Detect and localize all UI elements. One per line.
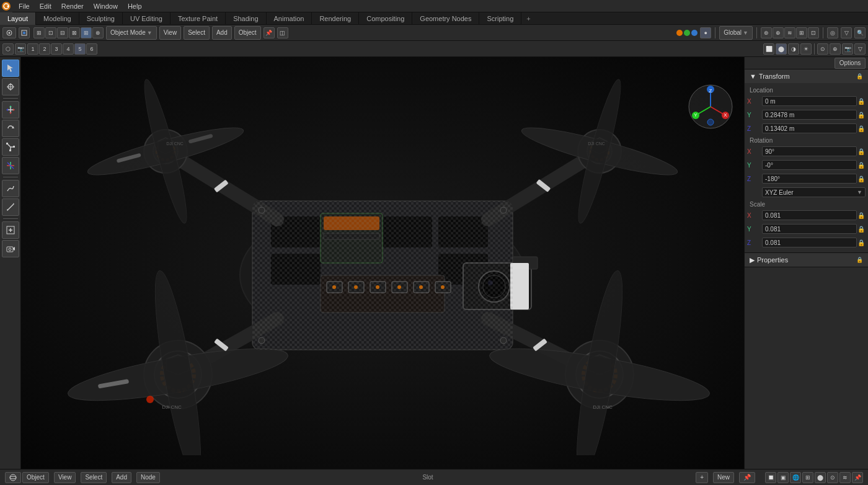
snap-btn-1[interactable]: ⊛ (761, 27, 772, 38)
rot-y-lock[interactable]: 🔒 (857, 162, 866, 169)
bottom-icon-3[interactable]: 🌐 (790, 472, 801, 483)
numpad-2[interactable]: 2 (39, 43, 50, 55)
bottom-icon-4[interactable]: ⊞ (802, 472, 813, 483)
rot-y-value[interactable]: -0° (762, 160, 857, 170)
transform-space-dropdown[interactable]: Global ▼ (719, 26, 753, 40)
view-menu-2[interactable]: 📷 (15, 43, 26, 55)
cursor-tool-btn[interactable] (2, 78, 19, 96)
render-preview-toggle[interactable]: 📷 (842, 43, 853, 55)
annotate-btn[interactable] (2, 180, 19, 197)
loc-z-value[interactable]: 0.13402 m (762, 123, 857, 133)
pin2-icon[interactable]: ◫ (277, 27, 288, 38)
properties-header[interactable]: ▶ Properties 🔒 (745, 253, 868, 267)
tab-uv-editing[interactable]: UV Editing (123, 12, 170, 25)
filter-btn[interactable]: ▽ (841, 27, 852, 38)
bottom-node-menu[interactable]: Node (136, 472, 160, 483)
bottom-icon-6[interactable]: ⊙ (827, 472, 838, 483)
loc-y-lock[interactable]: 🔒 (857, 112, 866, 118)
search-btn[interactable]: 🔍 (854, 27, 866, 38)
tab-geometry-nodes[interactable]: Geometry Nodes (412, 12, 479, 25)
viewport-shading-wire[interactable]: ⬜ (763, 43, 774, 55)
scale-x-value[interactable]: 0.081 (762, 210, 857, 220)
menu-window[interactable]: Window (89, 0, 123, 12)
menu-help[interactable]: Help (123, 0, 147, 12)
scale-tool-btn[interactable] (2, 138, 19, 156)
tab-modeling[interactable]: Modeling (36, 12, 79, 25)
numpad-6[interactable]: 6 (86, 43, 97, 55)
tab-sculpting[interactable]: Sculpting (79, 12, 123, 25)
add-primitive-btn[interactable] (2, 221, 19, 239)
view-menu[interactable]: View (159, 26, 182, 40)
rotate-tool-btn[interactable] (2, 120, 19, 137)
tab-texture-paint[interactable]: Texture Paint (170, 12, 226, 25)
bottom-view-menu[interactable]: View (54, 472, 76, 483)
filter-overlay[interactable]: ▽ (854, 43, 866, 55)
scale-y-lock[interactable]: 🔒 (857, 226, 866, 233)
scale-y-value[interactable]: 0.081 (762, 224, 857, 234)
numpad-3[interactable]: 3 (51, 43, 62, 55)
bottom-select-menu[interactable]: Select (81, 472, 107, 483)
add-menu[interactable]: Add (212, 26, 232, 40)
tab-animation[interactable]: Animation (267, 12, 312, 25)
icon-sq-6[interactable]: ⊗ (92, 27, 104, 38)
loc-x-lock[interactable]: 🔒 (857, 98, 866, 105)
viewport-shading-mat[interactable]: ◑ (788, 43, 799, 55)
select-menu[interactable]: Select (184, 26, 210, 40)
menu-render[interactable]: Render (56, 0, 89, 12)
camera-btn[interactable] (2, 240, 19, 257)
bottom-pin-btn[interactable]: 📌 (739, 472, 755, 483)
gizmo-toggle[interactable]: ⊕ (830, 43, 841, 55)
axis-gizmo[interactable]: Z X Y (686, 82, 735, 133)
snap-btn-3[interactable]: ≋ (784, 27, 795, 38)
overlay-toggle[interactable]: ⊙ (817, 43, 828, 55)
icon-sq-4[interactable]: ⊠ (69, 27, 80, 38)
bottom-icon-7[interactable]: ≋ (839, 472, 851, 483)
move-tool-btn[interactable] (2, 101, 19, 118)
bottom-add-menu[interactable]: Add (112, 472, 131, 483)
menu-edit[interactable]: Edit (35, 0, 56, 12)
numpad-4[interactable]: 4 (63, 43, 74, 55)
icon-sq-1[interactable]: ⊞ (33, 27, 45, 38)
numpad-1[interactable]: 1 (27, 43, 38, 55)
tab-shading[interactable]: Shading (226, 12, 266, 25)
rot-x-lock[interactable]: 🔒 (857, 148, 866, 155)
icon-sq-2[interactable]: ⊡ (45, 27, 56, 38)
rot-z-lock[interactable]: 🔒 (857, 176, 866, 182)
loc-y-value[interactable]: 0.28478 m (762, 110, 857, 120)
snap-btn-4[interactable]: ⊞ (796, 27, 807, 38)
loc-z-lock[interactable]: 🔒 (857, 125, 866, 132)
viewport-shading-active[interactable]: ● (700, 27, 711, 38)
add-workspace-button[interactable]: + (521, 15, 535, 22)
rotation-mode-dropdown[interactable]: XYZ Euler ▼ (762, 187, 866, 197)
menu-file[interactable]: File (14, 0, 35, 12)
rot-x-value[interactable]: 90° (762, 146, 857, 156)
transform-tool-btn[interactable] (2, 157, 19, 174)
tab-scripting[interactable]: Scripting (479, 12, 521, 25)
tab-compositing[interactable]: Compositing (359, 12, 412, 25)
bottom-icon-8[interactable]: 📌 (852, 472, 863, 483)
scene-button[interactable] (2, 27, 16, 38)
viewport-shading-render[interactable]: ☀ (800, 43, 812, 55)
loc-x-value[interactable]: 0 m (762, 96, 857, 106)
viewport-shading-solid[interactable]: ⬤ (776, 43, 787, 55)
scale-z-value[interactable]: 0.081 (762, 238, 857, 247)
scale-x-lock[interactable]: 🔒 (857, 212, 866, 219)
tab-layout[interactable]: Layout (0, 12, 36, 25)
object-mode-dropdown[interactable]: Object Mode ▼ (106, 26, 157, 40)
viewport-3d[interactable]: DJI CNC DJI CNC DJI CNC DJI CNC Z (21, 57, 744, 469)
snap-btn-5[interactable]: ⊡ (808, 27, 819, 38)
transform-header[interactable]: ▼ Transform 🔒 (745, 69, 868, 83)
bottom-icon-1[interactable]: 🔲 (765, 472, 776, 483)
snap-btn-2[interactable]: ⊕ (773, 27, 784, 38)
tab-rendering[interactable]: Rendering (312, 12, 359, 25)
bottom-add-btn[interactable]: + (696, 472, 708, 483)
icon-sq-3[interactable]: ⊟ (57, 27, 68, 38)
proportional-edit-btn[interactable]: ◎ (827, 27, 838, 38)
bottom-sphere-icon[interactable] (5, 472, 21, 483)
icon-sq-5[interactable]: ⊞ (81, 27, 92, 38)
layer-button[interactable] (19, 27, 30, 38)
bottom-icon-2[interactable]: ▣ (777, 472, 789, 483)
measure-btn[interactable] (2, 198, 19, 216)
pin-icon[interactable]: 📌 (264, 27, 275, 38)
bottom-object-mode[interactable]: Object (22, 472, 49, 483)
